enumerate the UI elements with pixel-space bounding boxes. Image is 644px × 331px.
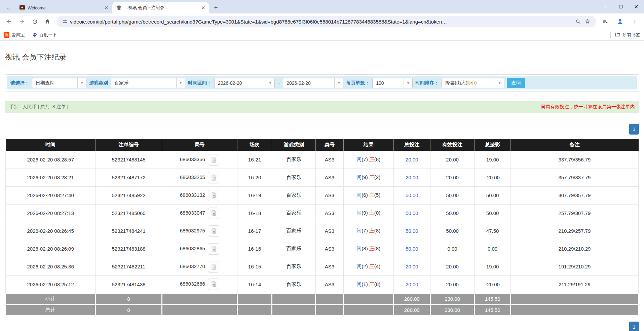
date-from-select[interactable]: 2026-02-20 ▼ [214, 78, 275, 88]
tab-search-chevron-icon[interactable]: ⌄ [3, 3, 13, 13]
query-type-select[interactable]: 日期查询 ▼ [32, 78, 86, 88]
total-label: 小计 [6, 293, 96, 304]
close-window-button[interactable]: ✕ [629, 0, 644, 13]
tab-betrecord[interactable]: :::视讯 会员下注纪录::: ✕ [112, 2, 209, 13]
total-bet-link[interactable]: 20.00 [406, 282, 418, 287]
close-tab-icon[interactable]: ✕ [200, 5, 206, 11]
cell-table-no: AS3 [316, 169, 344, 186]
cell-game-type: 百家乐 [272, 204, 316, 222]
date-to-select[interactable]: 2026-02-20 ▼ [283, 78, 343, 88]
total-count: 8 [96, 304, 162, 316]
video-replay-icon[interactable] [208, 261, 219, 272]
column-header: 场次 [237, 139, 272, 151]
home-icon[interactable] [41, 15, 54, 28]
column-header: 有效投注 [430, 139, 475, 151]
total-bet-link[interactable]: 50.00 [406, 210, 418, 216]
media-controls-icon[interactable] [599, 15, 612, 28]
cell-total-bet: 50.00 [393, 204, 430, 222]
column-header: 结果 [343, 139, 393, 151]
total-bet-link[interactable]: 50.00 [406, 192, 418, 198]
payout-sum: 145.50 [475, 293, 510, 304]
column-header: 备注 [510, 139, 638, 151]
column-header: 局号 [162, 139, 237, 151]
cell-total-bet: 20.00 [393, 258, 430, 275]
round-id-text: 686033255 [180, 174, 205, 180]
total-bet-link[interactable]: 50.00 [406, 246, 418, 252]
cell-total-bet: 50.00 [393, 240, 430, 258]
per-page-select[interactable]: 100 ▼ [372, 78, 413, 88]
result-banker: 庄 [369, 281, 374, 287]
column-header: 总投注 [393, 139, 430, 151]
cell-note: 337.79/356.79 [510, 151, 638, 169]
cell-payout: 19.00 [475, 151, 510, 169]
result-banker-points: (5) [374, 192, 380, 198]
search-button[interactable]: 查询 [507, 78, 525, 88]
video-replay-icon[interactable] [208, 225, 219, 237]
cell-table-no: AS3 [316, 151, 344, 169]
bookmark-aitaobao[interactable]: 淘 爱淘宝 [4, 32, 25, 38]
column-header: 桌号 [316, 139, 344, 151]
cell-session: 16-19 [237, 186, 272, 204]
total-bet-link[interactable]: 50.00 [406, 228, 418, 234]
tab-welcome[interactable]: ♠ Welcome ✕ [15, 2, 112, 13]
total-bet-link[interactable]: 20.00 [406, 175, 418, 180]
table-row: 2026-02-20 08:25:36523217482211686032770… [6, 258, 639, 275]
back-icon[interactable] [3, 15, 15, 28]
total-bet-link[interactable]: 20.00 [406, 264, 418, 269]
minimize-button[interactable] [598, 0, 613, 13]
address-bar[interactable]: videoie.com/ipl/portal.php/game/betrecor… [56, 16, 596, 27]
browser-toolbar: videoie.com/ipl/portal.php/game/betrecor… [0, 13, 644, 30]
new-tab-button[interactable]: + [212, 3, 220, 12]
bookmark-label: 爱淘宝 [11, 32, 25, 38]
maximize-button[interactable] [613, 0, 629, 13]
total-bet-link[interactable]: 20.00 [406, 157, 418, 162]
cell-table-no: AS3 [316, 240, 344, 258]
all-bookmarks-button[interactable]: 所有书签 [615, 32, 640, 38]
cell-result: 闲(8) 庄(8) [343, 240, 393, 258]
cell-time: 2026-02-20 08:28:57 [6, 151, 96, 169]
cell-payout: 47.50 [475, 222, 510, 240]
refresh-icon[interactable] [28, 15, 41, 28]
result-player-points: (6) [362, 192, 368, 198]
video-replay-icon[interactable] [208, 243, 219, 255]
result-banker-points: (8) [374, 281, 380, 287]
cell-result: 闲(7) 庄(8) [343, 222, 393, 240]
cell-bet-id: 523217481438 [96, 275, 162, 293]
cell-payout: 50.00 [475, 204, 510, 222]
video-replay-icon[interactable] [208, 172, 219, 183]
cell-note: 357.79/337.79 [510, 169, 638, 186]
sort-select[interactable]: 降幂(由大到小) ▼ [442, 78, 504, 88]
video-replay-icon[interactable] [208, 190, 219, 201]
cell-game-type: 百家乐 [272, 258, 316, 275]
date-to-value: 2026-02-20 [283, 80, 334, 86]
round-id-text: 686032975 [180, 227, 205, 233]
bookmarks-bar: 淘 爱淘宝 百度一下 所有书签 [0, 30, 644, 41]
result-player-points: (1) [362, 281, 368, 287]
cell-bet-id: 523217484241 [96, 222, 162, 240]
menu-kebab-icon[interactable] [629, 15, 641, 28]
video-replay-icon[interactable] [208, 279, 219, 290]
total-empty [237, 293, 272, 304]
close-tab-icon[interactable]: ✕ [103, 5, 109, 11]
bookmark-star-icon[interactable] [583, 17, 592, 26]
url-text[interactable]: videoie.com/ipl/portal.php/game/betrecor… [70, 19, 573, 25]
site-settings-tune-icon[interactable] [61, 17, 70, 26]
video-replay-icon[interactable] [208, 154, 219, 166]
cell-bet-id: 523217485922 [96, 186, 162, 204]
cell-bet-id: 523217488145 [96, 151, 162, 169]
result-player-points: (9) [362, 174, 368, 180]
cell-total-bet: 20.00 [393, 151, 430, 169]
video-replay-icon[interactable] [208, 208, 219, 219]
cell-valid-bet: 0.00 [430, 240, 475, 258]
profile-avatar[interactable] [614, 15, 627, 28]
cell-table-no: AS3 [316, 258, 344, 275]
bookmark-baidu[interactable]: 百度一下 [32, 32, 57, 38]
zoom-magnifier-icon[interactable] [573, 17, 583, 26]
total-empty [510, 304, 638, 316]
game-type-select[interactable]: 百家乐 ▼ [111, 78, 185, 88]
tilde-separator: ~ [277, 80, 280, 86]
cell-payout: -20.00 [475, 169, 510, 186]
forward-icon[interactable] [15, 15, 28, 28]
page-1-button[interactable]: 1 [629, 322, 639, 331]
page-1-button[interactable]: 1 [629, 124, 639, 135]
